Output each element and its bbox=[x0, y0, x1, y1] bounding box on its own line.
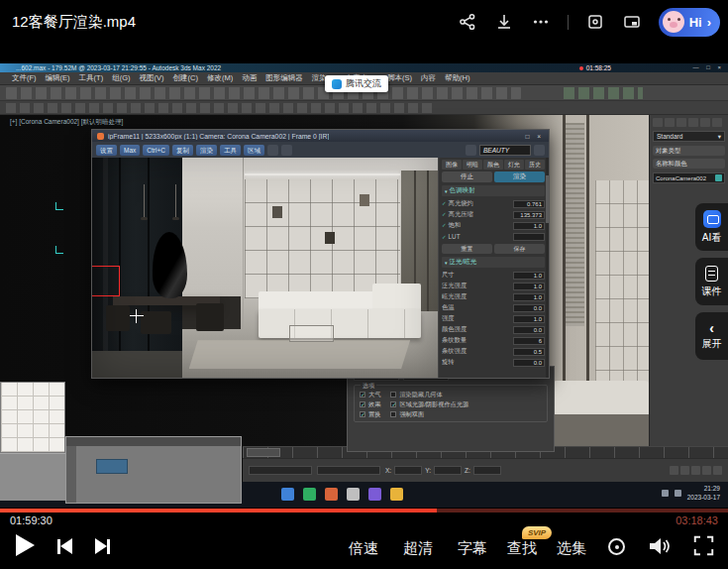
courseware-button[interactable]: 课件 bbox=[695, 258, 728, 305]
render-actions: 停止 渲染 bbox=[442, 171, 545, 182]
small-gray-panel bbox=[0, 453, 65, 501]
channel-select: BEAUTY bbox=[479, 145, 531, 156]
render-image-canvas bbox=[92, 158, 438, 378]
prev-episode-button[interactable] bbox=[57, 538, 72, 554]
channel-select-group: BEAUTY bbox=[466, 145, 545, 156]
option-checkbox: 效果 bbox=[360, 399, 380, 409]
play-button[interactable] bbox=[16, 534, 35, 556]
tone-row: 饱和1.0 bbox=[442, 220, 545, 231]
pip-icon[interactable] bbox=[622, 12, 642, 32]
render-window-title: ipFrame11 | 5233x600px (1:1) Camera: Cor… bbox=[108, 133, 329, 140]
render-toolbar-buttons: 设置MaxCtrl+C复制渲染工具区域 bbox=[96, 145, 264, 156]
menu-item: 组(G) bbox=[112, 73, 130, 83]
blinds bbox=[566, 123, 584, 326]
recording-timer: 01:58:25 bbox=[579, 63, 611, 72]
bloom-row: 条纹数量6 bbox=[442, 335, 545, 346]
render-settings-panel: 图像明暗颜色灯光历史 停止 渲染 色调映射 高光烧灼0.761高光压缩135.3… bbox=[438, 158, 549, 378]
document-icon bbox=[705, 266, 718, 282]
current-time: 01:59:30 bbox=[10, 514, 52, 526]
speed-menu[interactable]: 倍速 bbox=[349, 539, 378, 558]
option-checkbox: 渲染隐藏几何体 bbox=[390, 390, 468, 399]
download-icon[interactable] bbox=[494, 12, 514, 32]
notification-text: 腾讯交流 bbox=[346, 77, 381, 90]
notification-icon bbox=[332, 79, 342, 89]
tone-row: LUT bbox=[442, 231, 545, 242]
option-checkbox: 区域光源/阴影视作点光源 bbox=[390, 399, 468, 409]
chevron-left-icon: ‹ bbox=[709, 322, 714, 334]
expand-label: 展开 bbox=[702, 337, 722, 351]
panel-scrollbar bbox=[546, 158, 549, 378]
toolbar-icons bbox=[6, 87, 521, 99]
menu-item: 内容 bbox=[421, 73, 436, 83]
tone-mini-button: 重置 bbox=[442, 244, 492, 254]
render-toolbar-button: 区域 bbox=[244, 145, 264, 156]
menu-item: 编辑(E) bbox=[46, 73, 70, 83]
speaker-icon bbox=[649, 536, 673, 556]
render-window-toolbar: 设置MaxCtrl+C复制渲染工具区域 BEAUTY bbox=[92, 142, 549, 158]
volume-button[interactable] bbox=[649, 536, 673, 560]
gizmo-axis-icon bbox=[55, 246, 63, 254]
render-image bbox=[92, 158, 438, 378]
status-field bbox=[249, 466, 312, 475]
bloom-glare-header: 泛光/眩光 bbox=[442, 257, 545, 268]
menu-item: 文件(F) bbox=[12, 73, 37, 83]
fullscreen-button[interactable] bbox=[693, 535, 714, 560]
panel-tab: 颜色 bbox=[483, 160, 503, 170]
video-frame[interactable]: ...602.max - 179.52M @ 2023-03-17 21:29:… bbox=[0, 63, 728, 508]
standard-dropdown: Standard▾ bbox=[653, 131, 725, 142]
progress-played bbox=[0, 509, 437, 512]
taskbar-app-icons bbox=[281, 488, 403, 501]
screenshot-icon[interactable] bbox=[585, 12, 605, 32]
expand-button[interactable]: ‹ 展开 bbox=[695, 312, 728, 360]
channel-next-icon bbox=[534, 145, 545, 156]
assistant-pill[interactable]: Hi › bbox=[659, 8, 720, 37]
object-name: CoronaCamera002 bbox=[656, 175, 706, 181]
render-toolbar-button: Max bbox=[120, 145, 140, 156]
fullscreen-icon bbox=[693, 535, 714, 556]
video-player-page: 12客餐厅渲染.mp4 bbox=[0, 0, 728, 569]
status-field bbox=[317, 466, 380, 475]
tray-time: 21:29 bbox=[704, 485, 720, 492]
toolbar-icons bbox=[6, 103, 432, 113]
option-checkbox: 置换 bbox=[360, 409, 380, 419]
render-window-titlebar: ipFrame11 | 5233x600px (1:1) Camera: Cor… bbox=[92, 130, 549, 142]
render-button: 渲染 bbox=[494, 171, 545, 182]
bloom-row: 泛光强度1.0 bbox=[442, 281, 545, 291]
menu-item: 图形编辑器 bbox=[265, 73, 303, 83]
max-window-controls: — □ × bbox=[693, 63, 724, 72]
share-icon[interactable] bbox=[458, 12, 477, 32]
max-titlebar-text: ...602.max - 179.52M @ 2023-03-17 21:29:… bbox=[16, 64, 221, 71]
tone-buttons: 重置保存 bbox=[442, 244, 545, 254]
bloom-glare-rows: 尺寸1.0泛光强度1.0眩光强度1.0色温0.0强度1.0颜色强度0.0条纹数量… bbox=[442, 270, 545, 368]
ai-watch-button[interactable]: AI看 bbox=[695, 203, 728, 251]
background-floor bbox=[550, 414, 649, 446]
option-checkbox: 大气 bbox=[360, 390, 380, 399]
courseware-label: 课件 bbox=[702, 284, 722, 298]
options-group: 选项 大气效果置换 渲染隐藏几何体区域光源/阴影视作点光源强制双面 bbox=[354, 385, 548, 422]
tone-row: 高光压缩135.373 bbox=[442, 209, 545, 220]
stop-button: 停止 bbox=[442, 171, 492, 182]
record-icon[interactable] bbox=[608, 538, 625, 555]
notification-toast: 腾讯交流 bbox=[325, 75, 388, 92]
more-icon[interactable] bbox=[531, 12, 551, 32]
search-menu[interactable]: 查找 bbox=[507, 539, 537, 558]
quality-menu[interactable]: 超清 bbox=[403, 539, 433, 558]
next-episode-button[interactable] bbox=[95, 538, 110, 554]
name-color-rollout: 名称和颜色 bbox=[653, 159, 725, 169]
bloom-row: 条纹强度0.5 bbox=[442, 346, 545, 357]
panel-tab: 历史 bbox=[525, 160, 545, 170]
chevron-down-icon: ▾ bbox=[718, 133, 721, 141]
render-toolbar-button: Ctrl+C bbox=[143, 145, 169, 156]
bloom-row: 旋转0.0 bbox=[442, 357, 545, 368]
episodes-menu[interactable]: 选集 bbox=[557, 539, 586, 558]
channel-prev-icon bbox=[466, 145, 476, 156]
ai-watch-icon bbox=[703, 210, 721, 228]
options-title: 选项 bbox=[361, 382, 376, 391]
material-editor-window bbox=[65, 436, 242, 504]
progress-bar[interactable] bbox=[0, 509, 728, 512]
render-toolbar-button: 复制 bbox=[172, 145, 193, 156]
menu-item: 帮助(H) bbox=[445, 73, 469, 83]
subtitle-menu[interactable]: 字幕 bbox=[458, 539, 487, 558]
bloom-row: 尺寸1.0 bbox=[442, 270, 545, 281]
time-slider bbox=[247, 448, 280, 457]
